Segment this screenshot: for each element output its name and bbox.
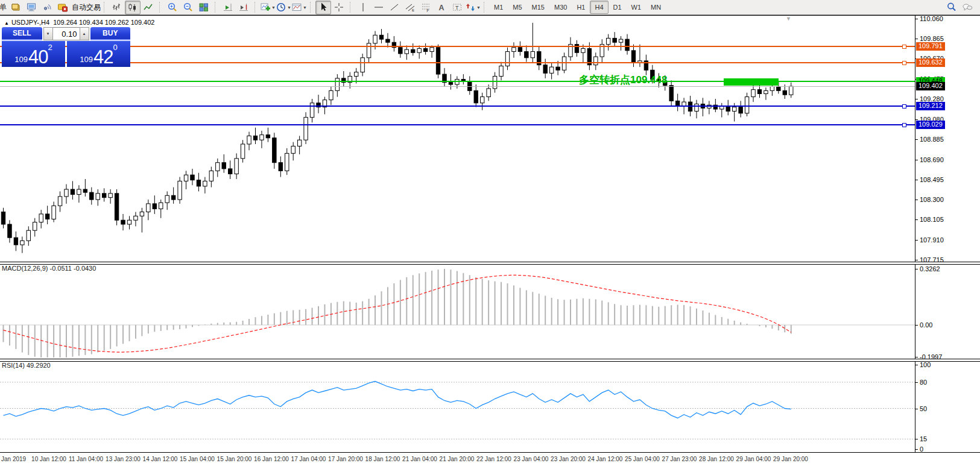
text-button[interactable]: A	[434, 1, 449, 14]
periods-dropdown-icon[interactable]: ▼	[287, 5, 291, 10]
templates-button[interactable]: ▼	[291, 1, 307, 14]
arrows-icon	[465, 2, 476, 13]
sell-price-display[interactable]: 109 40 2	[2, 41, 65, 67]
price-level-line-109.212[interactable]	[0, 105, 915, 107]
pivot-annotation-text: 多空转折点109.448	[579, 73, 667, 87]
cursor-button[interactable]	[315, 1, 331, 14]
timeframe-w1-button[interactable]: W1	[627, 1, 646, 14]
trendline-button[interactable]	[387, 1, 402, 14]
vline-button[interactable]	[355, 1, 371, 14]
autotrading-button[interactable]	[55, 1, 71, 14]
search-button[interactable]	[944, 1, 959, 14]
add-indicator-dropdown-icon[interactable]: ▼	[271, 5, 276, 10]
add-indicator-button[interactable]: ▼	[260, 1, 276, 14]
time-tick-label: 21 Jan 20:00	[440, 456, 475, 462]
line-drag-handle[interactable]	[902, 123, 906, 127]
macd-tick	[915, 269, 918, 269]
candlestick-chart	[0, 16, 915, 262]
rsi-tick	[915, 449, 918, 450]
macd-label: MACD(12,26,9) -0.0511 -0.0430	[2, 265, 96, 272]
macd-tick	[915, 325, 918, 326]
price-level-line-109.791[interactable]	[0, 46, 915, 47]
cursor-icon	[318, 2, 329, 13]
toolbar-separator	[159, 2, 163, 13]
templates-dropdown-icon[interactable]: ▼	[303, 5, 307, 10]
timeframe-m1-button[interactable]: M1	[489, 1, 508, 14]
label-button[interactable]: T	[449, 1, 465, 14]
time-tick-label: 13 Jan 23:00	[106, 456, 141, 462]
chart-shift-marker-icon[interactable]: ▼	[786, 16, 791, 22]
time-tick-label: 29 Jan 04:00	[736, 456, 771, 462]
chat-button[interactable]	[959, 1, 975, 14]
time-tick-label: 16 Jan 12:00	[254, 456, 289, 462]
zoom-out-icon	[183, 2, 194, 13]
tile-windows-button[interactable]	[196, 1, 212, 14]
arrows-button[interactable]: ▼	[465, 1, 481, 14]
linechart-button[interactable]	[141, 1, 156, 14]
price-tag-109.212: 109.212	[916, 102, 945, 110]
zoom-in-button[interactable]	[165, 1, 180, 14]
line-drag-handle[interactable]	[902, 61, 906, 65]
crosshair-button[interactable]	[331, 1, 347, 14]
fibonacci-button[interactable]: F	[418, 1, 434, 14]
price-level-line-109.029[interactable]	[0, 124, 915, 125]
book-button[interactable]	[8, 1, 24, 14]
volume-input[interactable]	[53, 27, 80, 40]
signal-button[interactable]	[39, 1, 55, 14]
time-tick-label: 28 Jan 12:00	[699, 456, 734, 462]
price-tick-label: 108.690	[920, 156, 944, 163]
periods-button[interactable]: ▼	[276, 1, 291, 14]
timeframe-mn-button[interactable]: MN	[646, 1, 666, 14]
arrows-dropdown-icon[interactable]: ▼	[476, 5, 481, 10]
rsi-tick	[915, 409, 918, 409]
time-tick-label: 21 Jan 04:00	[402, 456, 437, 462]
timeframe-h4-button[interactable]: H4	[590, 1, 608, 14]
price-tick-label: 110.060	[920, 15, 943, 22]
timeframe-h1-button[interactable]: H1	[572, 1, 590, 14]
chart-symbol-title: ▲USDJPY-,H4 109.264 109.434 109.262 109.…	[4, 19, 154, 26]
vline-icon	[358, 2, 368, 13]
panel-splitter[interactable]	[0, 262, 980, 265]
buy-price-display[interactable]: 109 42 0	[67, 41, 130, 67]
line-drag-handle[interactable]	[902, 45, 906, 49]
zoom-out-button[interactable]	[180, 1, 196, 14]
new-order-partial-label[interactable]: 单	[0, 2, 7, 13]
hline-button[interactable]	[371, 1, 387, 14]
rsi-tick	[915, 382, 918, 383]
time-tick-label: 23 Jan 20:00	[551, 456, 586, 462]
macd-main-value: -0.0511	[49, 265, 72, 272]
autotrading-label[interactable]: 自动交易	[72, 2, 101, 13]
panel-splitter[interactable]	[0, 359, 980, 362]
channel-button[interactable]: E	[402, 1, 418, 14]
macd-chart	[0, 263, 915, 359]
price-level-line-109.632[interactable]	[0, 62, 915, 63]
price-tick	[915, 39, 918, 39]
chart-bottom-border	[0, 452, 980, 453]
volume-increase-button[interactable]: ▲	[80, 27, 89, 40]
timeframe-d1-button[interactable]: D1	[609, 1, 627, 14]
chat-icon	[962, 2, 973, 13]
collapse-triangle-icon[interactable]: ▲	[4, 20, 9, 26]
buy-button[interactable]: BUY	[90, 27, 131, 40]
line-drag-handle[interactable]	[902, 104, 906, 109]
toolbar-separator	[484, 2, 487, 13]
terminal-button[interactable]	[24, 1, 39, 14]
bars-button[interactable]	[109, 1, 125, 14]
auto-scroll-button[interactable]	[220, 1, 236, 14]
chart-shift-button[interactable]	[236, 1, 251, 14]
time-axis[interactable]: Jan 201910 Jan 12:0011 Jan 04:0013 Jan 2…	[0, 453, 980, 466]
sell-button[interactable]: SELL	[2, 27, 42, 40]
volume-decrease-button[interactable]: ▼	[43, 27, 53, 40]
macd-tick	[915, 357, 918, 357]
timeframe-m5-button[interactable]: M5	[508, 1, 526, 14]
price-axis[interactable]: 109.791109.632109.448109.402109.212109.0…	[915, 16, 980, 452]
highlight-rectangle[interactable]	[724, 78, 779, 86]
price-chart-panel: ▲USDJPY-,H4 109.264 109.434 109.262 109.…	[0, 16, 915, 262]
timeframe-m15-button[interactable]: M15	[527, 1, 549, 14]
candles-button[interactable]	[125, 1, 141, 14]
buy-price-prefix: 109	[80, 55, 93, 63]
price-level-line-109.402[interactable]	[0, 86, 915, 87]
macd-tick-label: -0.1997	[920, 353, 942, 361]
timeframe-m30-button[interactable]: M30	[549, 1, 572, 14]
price-tick-label: 108.300	[920, 196, 944, 203]
